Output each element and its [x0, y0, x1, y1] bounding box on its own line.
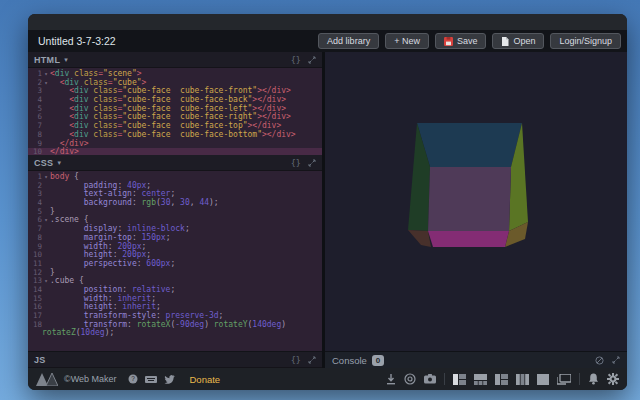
app-header: Untitled 3-7-3:22 Add library + New Save… [28, 30, 627, 52]
code-line: 11 perspective: 600px; [28, 260, 322, 269]
download-icon[interactable] [386, 374, 396, 385]
help-icon[interactable]: ? [128, 374, 138, 384]
layout-columns-icon[interactable] [516, 374, 529, 385]
new-button[interactable]: + New [385, 33, 429, 49]
cube-preview [325, 52, 627, 351]
clear-console-icon[interactable] [595, 356, 604, 365]
cube-face-top [417, 123, 522, 167]
code-line: 4 background: rgb(30, 30, 44); [28, 199, 322, 208]
login-signup-label: Login/Signup [559, 36, 612, 46]
expand-panel-icon[interactable] [308, 356, 316, 364]
chevron-down-icon[interactable]: ▾ [57, 159, 61, 167]
html-panel-label: HTML [34, 55, 60, 65]
add-library-label: Add library [327, 36, 370, 46]
codepen-icon[interactable] [404, 373, 416, 385]
open-button[interactable]: Open [492, 33, 544, 49]
save-button[interactable]: Save [435, 33, 487, 49]
layout-full-icon[interactable] [537, 374, 549, 385]
save-icon [444, 37, 453, 46]
notifications-bell-icon[interactable] [588, 373, 599, 385]
login-signup-button[interactable]: Login/Signup [550, 33, 621, 49]
console-bar[interactable]: Console 0 [325, 351, 627, 368]
copyright-link[interactable]: ©Web Maker [64, 374, 116, 384]
expand-console-icon[interactable] [612, 356, 620, 364]
code-line: rotateZ(10deg); [28, 329, 322, 338]
layout-sidebar-icon[interactable] [453, 374, 466, 385]
console-count-badge: 0 [372, 355, 384, 366]
save-label: Save [457, 36, 478, 46]
twitter-icon[interactable] [164, 375, 175, 384]
code-line: 10</div> [28, 148, 322, 155]
settings-gear-icon[interactable] [607, 373, 619, 385]
editor-column: HTML ▾ {} 1▾<div class="scene">2▾ <div c… [28, 52, 322, 368]
donate-link[interactable]: Donate [189, 374, 220, 385]
codify-icon[interactable]: {} [291, 55, 301, 65]
css-code-editor[interactable]: 1▾body {2 padding: 40px;3 text-align: ce… [28, 171, 322, 351]
cube-face-front [428, 167, 511, 231]
expand-panel-icon[interactable] [308, 159, 316, 167]
svg-text:?: ? [132, 375, 136, 382]
add-library-button[interactable]: Add library [318, 33, 379, 49]
titlebar [28, 14, 627, 30]
css-panel-label: CSS [34, 158, 53, 168]
document-title: Untitled 3-7-3:22 [38, 35, 116, 47]
cube-face-bottom [428, 231, 509, 247]
js-panel-label: JS [34, 355, 46, 365]
new-label: + New [394, 36, 420, 46]
detached-preview-icon[interactable] [557, 374, 571, 385]
file-icon [501, 37, 509, 46]
web-maker-logo [36, 373, 58, 386]
codify-icon[interactable]: {} [291, 158, 301, 168]
html-code-editor[interactable]: 1▾<div class="scene">2▾ <div class="cube… [28, 68, 322, 155]
layout-left-icon[interactable] [495, 374, 508, 385]
open-label: Open [513, 36, 535, 46]
html-panel-header[interactable]: HTML ▾ {} [28, 52, 322, 68]
preview-pane [325, 52, 627, 351]
web-maker-window: Untitled 3-7-3:22 Add library + New Save… [28, 14, 627, 390]
chevron-down-icon[interactable]: ▾ [64, 56, 68, 64]
footer-bar: ©Web Maker ? Donate [28, 368, 627, 390]
cube-face-corner-left [408, 230, 431, 247]
preview-column: Console 0 [325, 52, 627, 368]
css-panel-header[interactable]: CSS ▾ {} [28, 155, 322, 171]
keyboard-shortcuts-icon[interactable] [145, 375, 157, 384]
console-label: Console [332, 355, 367, 366]
js-panel-header[interactable]: JS {} [28, 351, 322, 368]
screenshot-camera-icon[interactable] [424, 374, 436, 384]
layout-bottom-icon[interactable] [474, 374, 487, 385]
desktop-backdrop: Untitled 3-7-3:22 Add library + New Save… [0, 0, 640, 400]
expand-panel-icon[interactable] [308, 56, 316, 64]
codify-icon[interactable]: {} [291, 355, 301, 365]
